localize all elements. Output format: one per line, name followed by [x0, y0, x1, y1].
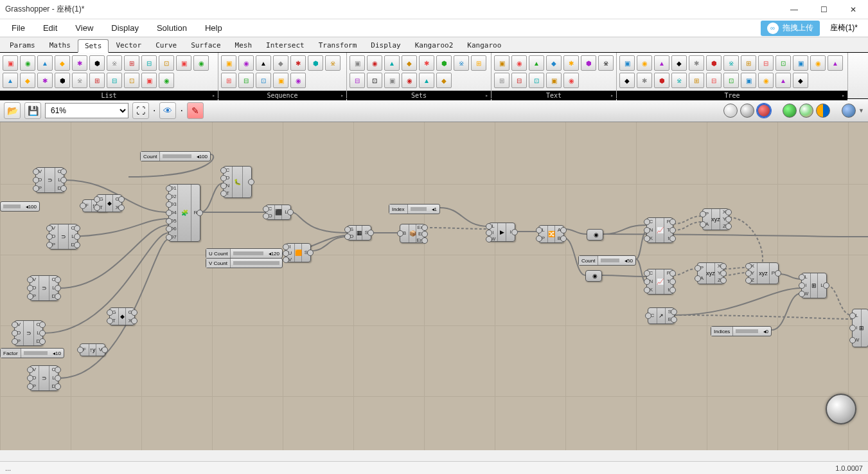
output-port[interactable]: C — [49, 367, 58, 373]
number-slider[interactable]: Index◂1 — [389, 204, 440, 214]
ribbon-tool-icon[interactable]: ⊡ — [256, 73, 271, 88]
output-port[interactable]: D — [49, 383, 58, 390]
input-port[interactable]: V — [15, 322, 23, 328]
ribbon-tool-icon[interactable]: ※ — [72, 73, 87, 88]
ribbon-tool-icon[interactable]: ⬢ — [55, 73, 70, 88]
ribbon-tool-icon[interactable]: ▲ — [256, 55, 271, 71]
gh-component[interactable]: GTGX◆ — [96, 194, 122, 212]
ribbon-tool-icon[interactable]: ⊟ — [107, 73, 122, 88]
ribbon-tool-icon[interactable]: ◆ — [20, 73, 35, 88]
menu-display[interactable]: Display — [103, 21, 146, 35]
input-port[interactable]: U — [286, 250, 294, 257]
input-port[interactable]: L — [802, 274, 810, 280]
ribbon-tool-icon[interactable]: ◆ — [273, 55, 288, 71]
output-port[interactable]: Em — [416, 237, 425, 244]
gh-component[interactable]: ◉ — [587, 229, 603, 241]
input-port[interactable]: D — [348, 233, 356, 240]
input-port[interactable]: C — [647, 219, 655, 225]
tab-surface[interactable]: Surface — [184, 39, 227, 52]
ribbon-tool-icon[interactable]: ◉ — [810, 55, 826, 71]
number-slider[interactable]: Factor◂10 — [0, 348, 64, 358]
ribbon-tool-icon[interactable]: ◉ — [511, 55, 527, 71]
tab-mesh[interactable]: Mesh — [228, 39, 260, 52]
input-port[interactable]: L — [539, 227, 547, 233]
open-button[interactable]: 📂 — [4, 102, 21, 119]
input-port[interactable]: D — [15, 330, 23, 336]
output-port[interactable]: L — [69, 233, 77, 240]
ribbon-tool-icon[interactable]: ▲ — [37, 55, 53, 71]
gh-component[interactable]: LiWi▶ — [488, 223, 515, 242]
ribbon-tool-icon[interactable]: ▣ — [384, 73, 400, 88]
output-port[interactable]: D — [34, 338, 42, 345]
gh-component[interactable]: BEnEiEm📦 — [400, 224, 425, 243]
input-port[interactable]: P — [30, 383, 39, 390]
gh-component[interactable]: VDPCLD⊃ — [30, 365, 58, 391]
slider-track[interactable] — [411, 207, 427, 211]
output-port[interactable]: C — [49, 277, 58, 283]
minimize-button[interactable]: — — [779, 0, 809, 19]
display-sphere-1[interactable] — [723, 104, 738, 118]
slider-track[interactable] — [233, 251, 263, 255]
ribbon-tool-icon[interactable]: ◆ — [402, 55, 417, 71]
tab-vector[interactable]: Vector — [109, 39, 148, 52]
input-port[interactable]: D — [30, 375, 39, 381]
ribbon-tool-icon[interactable]: ▲ — [775, 73, 791, 88]
gh-component[interactable]: ◉ — [585, 270, 602, 282]
input-port[interactable]: V — [30, 367, 39, 373]
output-port[interactable]: t — [664, 287, 673, 293]
output-port[interactable]: C — [55, 169, 64, 175]
gh-component[interactable]: PAXYZxyz — [702, 208, 729, 230]
display-sphere-2[interactable] — [740, 104, 754, 118]
ribbon-tool-icon[interactable]: ◉ — [367, 55, 382, 71]
output-port[interactable]: S — [302, 250, 310, 256]
input-port[interactable]: Z — [748, 277, 757, 284]
display-sphere-5[interactable] — [799, 104, 813, 118]
input-port[interactable]: D4 — [169, 210, 177, 216]
ribbon-tool-icon[interactable]: ◉ — [637, 55, 652, 71]
output-port[interactable]: D — [55, 185, 64, 192]
zoom-extents-button[interactable]: ⛶ — [132, 102, 149, 119]
output-port[interactable]: L — [55, 177, 64, 183]
input-port[interactable]: C — [266, 206, 274, 212]
input-port[interactable]: D7 — [169, 234, 177, 241]
input-port[interactable]: N — [647, 227, 655, 233]
input-port[interactable]: T — [224, 190, 232, 197]
input-port[interactable]: i — [489, 230, 497, 236]
number-slider[interactable]: V Count — [206, 258, 283, 268]
input-port[interactable]: D2 — [169, 194, 177, 200]
ribbon-tool-icon[interactable]: ✱ — [689, 55, 704, 71]
ribbon-tool-icon[interactable]: ⊟ — [141, 55, 157, 71]
slider-track[interactable] — [601, 259, 619, 262]
ribbon-tool-icon[interactable]: ⊟ — [350, 73, 365, 88]
output-port[interactable]: Y — [720, 216, 729, 223]
ribbon-tool-icon[interactable]: ⊡ — [367, 73, 382, 88]
slider-track[interactable] — [163, 154, 191, 158]
number-slider[interactable]: Count◂100 — [140, 151, 211, 161]
output-port[interactable]: E — [666, 316, 674, 323]
input-port[interactable]: F — [83, 203, 91, 209]
gh-component[interactable]: SDS▦ — [347, 225, 371, 241]
output-port[interactable]: D — [69, 242, 77, 248]
number-slider[interactable]: Count◂50 — [578, 255, 636, 266]
ribbon-tool-icon[interactable]: ▣ — [546, 73, 562, 88]
input-port[interactable]: B — [400, 230, 409, 237]
sketch-button[interactable]: ✎ — [187, 102, 204, 119]
tab-kangaroo[interactable]: Kangaroo — [460, 39, 508, 52]
ribbon-tool-icon[interactable]: ✱ — [72, 55, 87, 71]
ribbon-tool-icon[interactable]: ◆ — [436, 73, 452, 88]
slider-track[interactable] — [3, 205, 21, 208]
input-port[interactable]: S — [348, 226, 356, 233]
output-port[interactable]: X — [720, 209, 729, 215]
zoom-select[interactable]: 61% — [45, 103, 128, 118]
ribbon-tool-icon[interactable]: ▣ — [619, 55, 635, 71]
input-port[interactable]: V — [36, 169, 44, 175]
ribbon-tool-icon[interactable]: ⬢ — [654, 73, 669, 88]
gh-component[interactable]: VDPCLD⊃ — [14, 320, 43, 346]
ribbon-tool-icon[interactable]: ◉ — [20, 55, 35, 71]
input-port[interactable]: C — [647, 270, 655, 277]
input-port[interactable]: X — [748, 263, 757, 269]
gh-component[interactable]: LiWL⊞ — [801, 273, 827, 298]
ribbon-tool-icon[interactable]: ⊟ — [238, 73, 254, 88]
gh-component[interactable]: GTGX◆ — [109, 307, 135, 325]
ribbon-tool-icon[interactable]: ◉ — [159, 73, 174, 88]
